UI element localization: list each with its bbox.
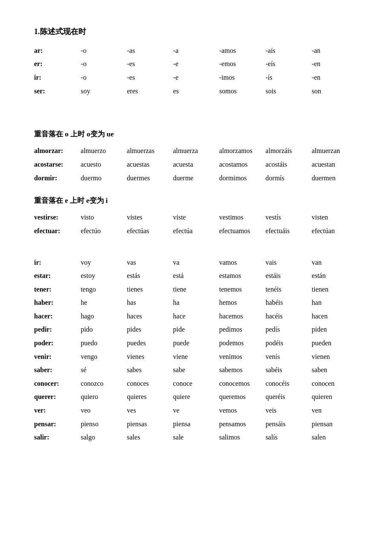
verb-form: vestís xyxy=(265,211,311,224)
verb-form: podéis xyxy=(265,336,311,350)
section-3: ir:voyvasvavamosvaisvanestar:estoyestáse… xyxy=(34,250,358,444)
verb-form: almorzamos xyxy=(219,144,265,158)
verb-form: salís xyxy=(265,431,311,444)
verb-form: -eís xyxy=(265,57,311,71)
verb-form: hacéis xyxy=(265,309,311,323)
verb-form: acuestan xyxy=(311,158,358,171)
verb-form: visten xyxy=(312,211,358,224)
verb-form: -es xyxy=(127,71,173,84)
verb-form: hago xyxy=(81,309,127,323)
verb-label: haber: xyxy=(34,296,81,309)
page: 1.陈述式现在时 ar:-o-as-a-amos-aís-aner:-o-es-… xyxy=(34,26,358,555)
verb-form: efectúan xyxy=(312,224,358,238)
verb-form: has xyxy=(127,296,173,309)
verb-form: acostamos xyxy=(219,158,265,171)
verb-form: estáis xyxy=(265,269,311,283)
section-2-subtitle1: 重音落在 o 上时 o变为 ue xyxy=(34,128,358,140)
verb-form: ven xyxy=(312,404,358,417)
verb-label: tener: xyxy=(34,283,81,296)
verb-form: duermen xyxy=(311,171,358,185)
verb-label: estar: xyxy=(34,269,81,283)
section-2-subtitle2: 重音落在 e 上时 e变为 i xyxy=(34,195,358,206)
table-row: pedir:pidopidespidepedimospedíspiden xyxy=(34,323,358,336)
verb-label: querer: xyxy=(34,390,81,404)
verb-form: -e xyxy=(173,71,219,84)
verb-form: -an xyxy=(312,44,358,58)
verb-form: pedís xyxy=(265,323,311,336)
table-row: acostarse:acuestoacuestasacuestaacostamo… xyxy=(34,158,358,171)
section-1-title: 1.陈述式现在时 xyxy=(34,26,358,38)
section2-table2: vestirse:vistovistesvistevestimosvestísv… xyxy=(34,211,358,237)
table-row: ir:voyvasvavamosvaisvan xyxy=(34,256,358,269)
verb-form: estamos xyxy=(219,269,265,283)
verb-form: -e xyxy=(173,57,219,71)
table-row: haber:hehashahemoshabéishan xyxy=(34,296,358,309)
verb-form: pido xyxy=(81,323,127,336)
verb-form: eres xyxy=(127,84,173,98)
verb-form: almuerza xyxy=(173,144,219,158)
verb-form: voy xyxy=(81,256,127,269)
table-row: tener:tengotienestienetenemostenéistiene… xyxy=(34,283,358,296)
verb-form: -en xyxy=(312,71,358,84)
table-row: venir:vengovienesvienevenimosvenísvienen xyxy=(34,350,358,364)
table-row: poder:puedopuedespuedepodemospodéispuede… xyxy=(34,336,358,350)
verb-form: almuerzo xyxy=(81,144,127,158)
table-row: querer:quieroquieresquierequeremosqueréi… xyxy=(34,390,358,404)
verb-form: vienen xyxy=(312,350,358,364)
verb-form: acostáis xyxy=(265,158,311,171)
verb-form: -o xyxy=(81,57,127,71)
verb-form: sois xyxy=(265,84,311,98)
verb-form: -o xyxy=(81,44,127,58)
verb-form: sabemos xyxy=(219,363,265,377)
verb-form: podemos xyxy=(219,336,265,350)
verb-form: venimos xyxy=(219,350,265,364)
verb-label: almorzar: xyxy=(34,144,81,158)
table-row: almorzar:almuerzoalmuerzasalmuerzaalmorz… xyxy=(34,144,358,158)
verb-form: he xyxy=(81,296,127,309)
verb-label: venir: xyxy=(34,350,81,364)
verb-form: hacen xyxy=(312,309,358,323)
verb-form: almuerzan xyxy=(311,144,358,158)
verb-form: hacemos xyxy=(219,309,265,323)
verb-form: sabe xyxy=(173,363,219,377)
verb-form: vienes xyxy=(127,350,173,364)
verb-form: -amos xyxy=(219,44,266,58)
verb-form: puede xyxy=(173,336,219,350)
section-1: 1.陈述式现在时 ar:-o-as-a-amos-aís-aner:-o-es-… xyxy=(34,26,358,98)
verb-form: saben xyxy=(312,363,358,377)
verb-form: hemos xyxy=(219,296,265,309)
verb-label: ser: xyxy=(34,84,81,98)
verb-form: van xyxy=(312,256,358,269)
verb-form: vemos xyxy=(219,404,265,417)
verb-form: almorzáis xyxy=(265,144,311,158)
verb-form: pide xyxy=(173,323,219,336)
table-row: salir:salgosalessalesalimossalíssalen xyxy=(34,431,358,444)
section2-table1: almorzar:almuerzoalmuerzasalmuerzaalmorz… xyxy=(34,144,358,185)
verb-form: puedo xyxy=(81,336,127,350)
verb-form: vistes xyxy=(127,211,173,224)
verb-form: están xyxy=(312,269,358,283)
verb-form: viene xyxy=(173,350,219,364)
verb-form: pedimos xyxy=(219,323,265,336)
verb-form: vengo xyxy=(81,350,127,364)
verb-form: tienen xyxy=(312,283,358,296)
verb-form: queremos xyxy=(219,390,265,404)
verb-form: piensa xyxy=(173,417,219,431)
verb-form: sales xyxy=(127,431,173,444)
verb-form: efectúas xyxy=(127,224,173,238)
section3-table: ir:voyvasvavamosvaisvanestar:estoyestáse… xyxy=(34,250,358,444)
verb-form: estás xyxy=(127,269,173,283)
verb-form: conocemos xyxy=(219,377,265,390)
verb-form: pensamos xyxy=(219,417,265,431)
verb-form: son xyxy=(312,84,358,98)
verb-form: han xyxy=(312,296,358,309)
verb-form: va xyxy=(173,256,219,269)
verb-form: efectuamos xyxy=(219,224,265,238)
verb-form: conocen xyxy=(312,377,358,390)
verb-form: salgo xyxy=(81,431,127,444)
verb-form: acuesta xyxy=(173,158,219,171)
verb-form: soy xyxy=(81,84,127,98)
verb-label: ir: xyxy=(34,256,81,269)
table-row: ser:soyeresessomossoisson xyxy=(34,84,358,98)
verb-form: estoy xyxy=(81,269,127,283)
